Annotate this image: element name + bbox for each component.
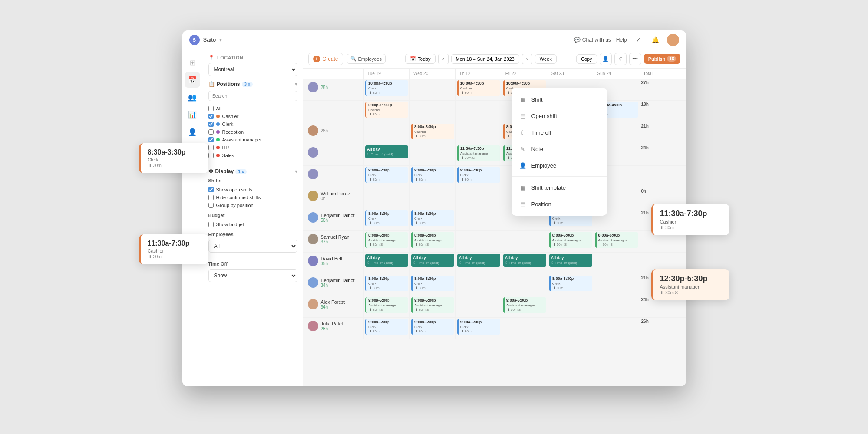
shift-block[interactable]: 10:00a-4:30p Cashier ⏸ 30m <box>457 80 500 96</box>
shift-cell[interactable]: 9:00a-5:30p Clerk ⏸ 30m <box>409 318 455 339</box>
shift-cell[interactable] <box>455 187 502 209</box>
shift-block[interactable]: All day ☾ Time off (paid) <box>365 254 408 267</box>
sidebar-users-icon[interactable]: 👥 <box>185 89 200 105</box>
dropdown-employee-item[interactable]: 👤 Employee <box>512 157 607 174</box>
shift-cell[interactable]: 8:00a-3:30p Clerk ⏸ 30m <box>364 209 410 231</box>
shift-cell[interactable] <box>455 274 502 296</box>
today-button[interactable]: 📅 Today <box>405 54 435 64</box>
position-clerk-checkbox[interactable] <box>208 122 214 127</box>
shift-cell[interactable] <box>455 122 502 144</box>
print-button[interactable]: 🖨 <box>614 53 627 65</box>
shift-cell[interactable] <box>594 274 640 296</box>
shift-block[interactable]: All day ☾ Time off (paid) <box>549 254 592 267</box>
shift-block[interactable]: 5:00p-11:30p Cashier ⏸ 30m <box>365 102 408 118</box>
shift-cell[interactable]: 11:30a-7:30p Assistant manager ⏸ 30m S <box>455 144 502 166</box>
shift-block[interactable]: 8:00a-3:30p Clerk ⏸ 30m <box>365 210 408 226</box>
shift-cell[interactable]: 8:00a-3:30p Clerk ⏸ 30m <box>548 274 594 296</box>
shift-block[interactable]: All day ☾ Time off (paid) <box>365 145 408 158</box>
app-dropdown-arrow[interactable]: ▾ <box>219 37 222 43</box>
timeoff-select[interactable]: Show <box>208 269 297 282</box>
shift-block[interactable]: 9:00a-5:00p Assistant manager ⏸ 30m S <box>503 297 546 313</box>
dropdown-shift-template-item[interactable]: ▦ Shift template <box>512 179 607 196</box>
shift-cell[interactable]: 8:00a-5:00p Assistant manager ⏸ 30m S <box>594 231 640 253</box>
checkmark-button[interactable]: ✓ <box>632 34 644 46</box>
shift-cell[interactable] <box>455 101 502 122</box>
shift-cell[interactable] <box>455 231 502 253</box>
shift-block[interactable]: 8:00a-3:30p Clerk ⏸ 30m <box>411 210 454 226</box>
dropdown-note-item[interactable]: ✎ Note <box>512 141 607 157</box>
week-button[interactable]: Week <box>535 54 557 64</box>
shift-cell[interactable]: All day ☾ Time off (paid) <box>548 253 594 274</box>
shift-block[interactable]: 8:00a-5:00p Assistant manager ⏸ 30m S <box>595 232 638 248</box>
shift-cell[interactable]: 8:00a-3:30p Cashier ⏸ 30m <box>409 122 455 144</box>
shift-cell[interactable]: 5:00p-11:30p Cashier ⏸ 30m <box>364 101 410 122</box>
positions-collapse-icon[interactable]: ▾ <box>295 81 297 87</box>
shift-cell[interactable]: 10:00a-4:30p Cashier ⏸ 30m <box>455 79 502 101</box>
shift-cell[interactable] <box>409 144 455 166</box>
employees-filter-select[interactable]: All <box>208 240 297 253</box>
create-button[interactable]: + Create <box>308 53 343 65</box>
shift-cell[interactable]: All day ☾ Time off (paid) <box>455 253 502 274</box>
help-button[interactable]: Help <box>616 37 627 43</box>
publish-button[interactable]: Publish 18 <box>644 54 681 64</box>
shift-cell[interactable]: All day ☾ Time off (paid) <box>409 253 455 274</box>
position-all-checkbox[interactable] <box>208 106 214 111</box>
shift-cell[interactable]: 8:00a-3:30p Clerk ⏸ 30m <box>409 209 455 231</box>
shift-block[interactable]: 8:00a-3:30p Clerk ⏸ 30m <box>549 276 592 291</box>
shift-block[interactable]: 9:00a-5:30p Clerk ⏸ 30m <box>365 167 408 183</box>
date-range-button[interactable]: Mon 18 – Sun 24, Jan 2023 <box>451 54 519 64</box>
chat-button[interactable]: 💬 Chat with us <box>574 37 611 43</box>
shift-cell[interactable] <box>594 318 640 339</box>
shift-block[interactable]: 11:30a-7:30p Assistant manager ⏸ 30m S <box>457 145 500 161</box>
shift-cell[interactable] <box>502 318 548 339</box>
more-options-button[interactable]: ••• <box>629 53 641 65</box>
shift-cell[interactable] <box>364 122 410 144</box>
prev-week-button[interactable]: ‹ <box>438 54 449 64</box>
shift-block[interactable]: 9:00a-5:00p Assistant manager ⏸ 30m S <box>411 297 454 313</box>
shift-cell[interactable]: 8:00a-5:00p Assistant manager ⏸ 30m S <box>548 231 594 253</box>
position-hr-checkbox[interactable] <box>208 145 214 150</box>
shift-cell[interactable]: 9:00a-5:00p Assistant manager ⏸ 30m S <box>364 296 410 318</box>
position-sales-checkbox[interactable] <box>208 153 214 158</box>
dropdown-open-shift-item[interactable]: ▤ Open shift <box>512 108 607 124</box>
shift-cell[interactable]: 9:00a-5:30p Clerk ⏸ 30m <box>455 166 502 187</box>
shift-cell[interactable]: 8:00a-3:30p Clerk ⏸ 30m <box>364 274 410 296</box>
shift-block[interactable]: All day ☾ Time off (paid) <box>457 254 500 267</box>
hide-confirmed-shifts-checkbox[interactable] <box>208 195 214 200</box>
shift-cell[interactable] <box>364 187 410 209</box>
notifications-button[interactable]: 🔔 <box>650 34 662 46</box>
shift-cell[interactable] <box>594 296 640 318</box>
shift-block[interactable]: All day ☾ Time off (paid) <box>503 254 546 267</box>
shift-cell[interactable] <box>502 231 548 253</box>
shift-cell[interactable] <box>594 253 640 274</box>
group-by-position-checkbox[interactable] <box>208 203 214 208</box>
shift-cell[interactable]: All day ☾ Time off (paid) <box>364 144 410 166</box>
shift-cell[interactable]: 9:00a-5:30p Clerk ⏸ 30m <box>364 166 410 187</box>
schedule-grid[interactable]: Tue 19 Wed 20 Thu 21 Fri 22 Sat 23 Sun 2… <box>303 69 686 386</box>
shift-cell[interactable]: 9:00a-5:30p Clerk ⏸ 30m <box>409 166 455 187</box>
shift-cell[interactable]: All day ☾ Time off (paid) <box>502 253 548 274</box>
dropdown-timeoff-item[interactable]: ☾ Time off <box>512 124 607 141</box>
position-cashier-checkbox[interactable] <box>208 114 214 119</box>
sidebar-home-icon[interactable]: ⊞ <box>185 55 200 70</box>
shift-block[interactable]: 8:00a-3:30p Clerk ⏸ 30m <box>411 276 454 291</box>
shift-cell[interactable]: 9:00a-5:30p Clerk ⏸ 30m <box>364 318 410 339</box>
show-budget-checkbox[interactable] <box>208 222 214 227</box>
shift-block[interactable]: 9:00a-5:30p Clerk ⏸ 30m <box>457 319 500 335</box>
shift-block[interactable]: 9:00a-5:30p Clerk ⏸ 30m <box>411 167 454 183</box>
shift-cell[interactable]: 9:00a-5:30p Clerk ⏸ 30m <box>455 318 502 339</box>
sidebar-people-icon[interactable]: 👤 <box>185 124 200 140</box>
shift-cell[interactable] <box>548 296 594 318</box>
position-reception-checkbox[interactable] <box>208 129 214 135</box>
display-collapse-icon[interactable]: ▾ <box>295 168 297 174</box>
shift-cell[interactable] <box>409 101 455 122</box>
user-avatar[interactable] <box>667 34 679 46</box>
dropdown-shift-item[interactable]: ▦ Shift <box>512 91 607 108</box>
dropdown-position-item[interactable]: ▤ Position <box>512 196 607 212</box>
shift-block[interactable]: All day ☾ Time off (paid) <box>411 254 454 267</box>
shift-cell[interactable] <box>548 318 594 339</box>
shift-block[interactable]: 10:00a-4:30p Clerk ⏸ 30m <box>365 80 408 96</box>
shift-block[interactable]: 9:00a-5:00p Assistant manager ⏸ 30m S <box>365 297 408 313</box>
shift-cell[interactable]: 8:00a-5:00p Assistant manager ⏸ 30m S <box>364 231 410 253</box>
shift-block[interactable]: 8:00a-3:30p Clerk ⏸ 30m <box>365 276 408 291</box>
